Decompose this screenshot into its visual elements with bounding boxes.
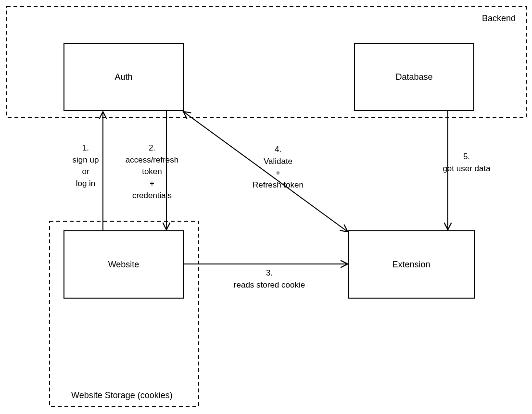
node-extension-label: Extension xyxy=(392,260,430,270)
edge-label-line: Refresh token xyxy=(253,179,304,191)
diagram-canvas: Backend Website Storage (cookies) Auth D… xyxy=(0,0,532,414)
edge-label-line: token xyxy=(126,166,179,178)
edge-label-line: + xyxy=(253,167,304,179)
region-backend-label: Backend xyxy=(482,13,516,24)
edge-get-user-data-label: 5. get user data xyxy=(443,151,490,175)
edge-label-line: get user data xyxy=(443,163,490,175)
region-website-storage xyxy=(50,221,199,406)
edge-label-line: sign up xyxy=(73,154,99,166)
edge-label-line: reads stored cookie xyxy=(234,279,305,291)
edge-reads-cookie-label: 3. reads stored cookie xyxy=(234,267,305,291)
edge-validate-refresh-label: 4. Validate + Refresh token xyxy=(253,144,304,191)
edge-label-line: log in xyxy=(73,178,99,190)
edge-label-line: credentials xyxy=(126,190,179,202)
edge-label-line: + xyxy=(126,178,179,190)
edge-label-line: 1. xyxy=(73,142,99,154)
edge-label-line: or xyxy=(73,166,99,178)
node-website-label: Website xyxy=(108,260,139,270)
edge-signup-login-label: 1. sign up or log in xyxy=(73,142,99,190)
node-auth-label: Auth xyxy=(114,72,132,82)
edge-label-line: 3. xyxy=(234,267,305,279)
edge-label-line: 2. xyxy=(126,142,179,154)
diagram-svg xyxy=(0,0,532,414)
edge-label-line: Validate xyxy=(253,156,304,168)
edge-label-line: 4. xyxy=(253,144,304,156)
region-website-storage-label: Website Storage (cookies) xyxy=(71,390,173,401)
edge-label-line: access/refresh xyxy=(126,154,179,166)
region-backend xyxy=(7,7,526,117)
node-database-label: Database xyxy=(395,72,432,82)
edge-label-line: 5. xyxy=(443,151,490,163)
edge-token-credentials-label: 2. access/refresh token + credentials xyxy=(126,142,179,201)
